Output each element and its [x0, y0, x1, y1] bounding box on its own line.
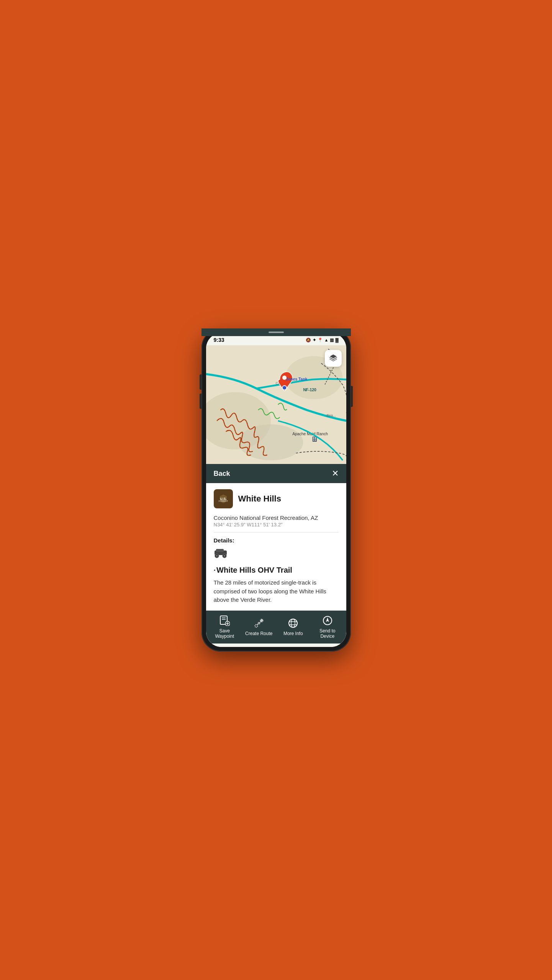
poi-name: White Hills	[238, 494, 281, 504]
location-icon: 📍	[318, 338, 323, 343]
volume-down-button[interactable]	[200, 394, 201, 409]
create-route-button[interactable]: Create Route	[242, 617, 276, 636]
bottom-toolbar: SaveWaypoint Create Rout	[206, 611, 346, 644]
svg-rect-12	[315, 439, 316, 441]
drag-handle[interactable]	[206, 333, 346, 336]
details-icons	[214, 547, 339, 558]
svg-rect-9	[313, 437, 314, 439]
close-button[interactable]: ✕	[332, 469, 339, 478]
svg-point-21	[216, 555, 218, 557]
save-waypoint-button[interactable]: SaveWaypoint	[208, 614, 242, 639]
poi-coords: N34° 41' 25.9" W111° 51' 13.2"	[214, 522, 339, 532]
bottom-sheet: Back ✕ U.S. FOREST Whi	[206, 464, 346, 647]
save-waypoint-icon	[218, 614, 231, 627]
wifi-icon: ▲	[324, 338, 329, 342]
sheet-content: U.S. FOREST White Hills Coconino Nationa…	[206, 483, 346, 611]
battery-icon: ▓	[335, 338, 338, 342]
globe-icon	[288, 618, 298, 629]
poi-location: Coconino National Forest Recreation, AZ	[214, 514, 339, 521]
trail-description: The 28 miles of motorized single-track i…	[214, 578, 339, 604]
svg-point-23	[224, 555, 225, 557]
phone-screen: 9:33 🔕 ✦ 📍 ▲ ▥ ▓	[206, 333, 346, 647]
map-view[interactable]: NF-120 Cornville Bea... Apache Maid Ranc…	[206, 345, 346, 464]
ohv-icon	[214, 547, 228, 558]
volume-up-button[interactable]	[200, 374, 201, 390]
waypoint-icon	[219, 615, 230, 626]
more-info-button[interactable]: More Info	[276, 617, 311, 636]
svg-rect-11	[313, 439, 314, 441]
layers-button[interactable]	[325, 350, 342, 367]
create-route-label: Create Route	[245, 631, 272, 636]
svg-text:Jones Tank: Jones Tank	[286, 377, 307, 381]
trail-title: ·White Hills OHV Trail	[214, 566, 339, 575]
svg-rect-10	[315, 437, 316, 439]
power-button[interactable]	[351, 386, 353, 407]
save-waypoint-label: SaveWaypoint	[215, 628, 234, 639]
svg-point-36	[291, 619, 295, 627]
create-route-icon	[253, 617, 265, 629]
bluetooth-icon: ✦	[313, 338, 316, 343]
svg-text:FOREST: FOREST	[218, 500, 228, 502]
svg-rect-8	[312, 437, 316, 442]
svg-text:NF-120: NF-120	[303, 388, 316, 392]
status-time: 9:33	[214, 337, 224, 343]
poi-header: U.S. FOREST White Hills	[214, 489, 339, 508]
details-label: Details:	[214, 537, 339, 544]
navigate-icon	[322, 615, 333, 626]
send-to-device-label: Send toDevice	[319, 628, 335, 639]
sheet-header: Back ✕	[206, 464, 346, 483]
svg-text:Bea...: Bea...	[326, 413, 336, 417]
svg-point-15	[282, 385, 286, 390]
more-info-icon	[287, 617, 299, 629]
more-info-label: More Info	[283, 631, 303, 636]
usfs-shield-icon: U.S. FOREST	[217, 493, 229, 505]
silent-icon: 🔕	[306, 338, 311, 343]
svg-rect-19	[216, 549, 224, 552]
back-button[interactable]: Back	[214, 470, 230, 478]
route-icon	[254, 618, 264, 629]
send-to-device-button[interactable]: Send toDevice	[310, 614, 345, 639]
svg-point-35	[289, 619, 297, 627]
poi-icon: U.S. FOREST	[214, 489, 233, 508]
layers-icon	[328, 353, 338, 363]
phone-frame: 9:33 🔕 ✦ 📍 ▲ ▥ ▓	[201, 328, 351, 652]
status-icons: 🔕 ✦ 📍 ▲ ▥ ▓	[306, 338, 339, 343]
android-nav	[206, 644, 346, 647]
signal-icon: ▥	[330, 338, 334, 343]
send-to-device-icon	[321, 614, 334, 627]
